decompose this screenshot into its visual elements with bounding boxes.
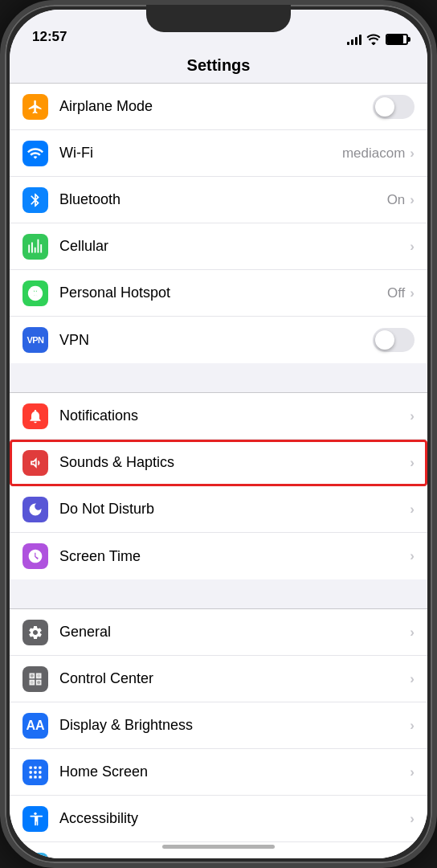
airplane-mode-label: Airplane Mode — [59, 98, 373, 115]
page-title: Settings — [187, 56, 251, 74]
sidebar-item-bluetooth[interactable]: Bluetooth On › — [10, 177, 427, 223]
svg-rect-13 — [39, 776, 41, 778]
notch — [146, 5, 291, 32]
airplane-mode-toggle-knob — [375, 97, 394, 117]
section-network: Airplane Mode Wi — [10, 83, 427, 363]
settings-list[interactable]: Airplane Mode Wi — [10, 83, 427, 858]
svg-point-1 — [31, 674, 34, 677]
settings-group-network: Airplane Mode Wi — [10, 83, 427, 363]
hotspot-label: Personal Hotspot — [59, 285, 387, 301]
airplane-mode-icon — [22, 94, 48, 120]
wallpaper-label: Wallpaper — [59, 858, 410, 859]
sidebar-item-airplane-mode[interactable]: Airplane Mode — [10, 84, 427, 130]
vpn-icon-label: VPN — [27, 335, 43, 345]
general-icon-container — [22, 620, 48, 645]
sidebar-item-wifi[interactable]: Wi-Fi mediacom › — [10, 130, 427, 177]
hotspot-chevron: › — [410, 285, 415, 301]
section-general: General › — [10, 608, 427, 858]
home-indicator[interactable] — [162, 845, 275, 849]
svg-point-14 — [34, 812, 36, 814]
sidebar-item-general[interactable]: General › — [10, 609, 427, 656]
sounds-icon — [27, 455, 43, 471]
sounds-icon-container — [22, 450, 48, 476]
bluetooth-label: Bluetooth — [59, 191, 387, 208]
sidebar-item-display-brightness[interactable]: AA Display & Brightness › — [10, 702, 427, 749]
wifi-icon-container — [22, 141, 48, 166]
sounds-haptics-label: Sounds & Haptics — [59, 454, 410, 471]
display-icon-label: AA — [26, 719, 44, 733]
sidebar-item-personal-hotspot[interactable]: Personal Hotspot Off › — [10, 270, 427, 317]
vpn-toggle[interactable] — [373, 328, 415, 352]
display-brightness-label: Display & Brightness — [59, 717, 410, 734]
notifications-icon-container — [22, 403, 48, 429]
section-notifications: Notifications › Sounds & Haptics › — [10, 392, 427, 579]
bluetooth-chevron: › — [410, 192, 415, 208]
wifi-value: mediacom — [342, 145, 405, 162]
dnd-label: Do Not Disturb — [59, 501, 410, 518]
moon-icon — [27, 502, 43, 518]
svg-point-0 — [34, 291, 38, 295]
svg-rect-6 — [34, 766, 36, 768]
general-chevron: › — [410, 624, 415, 641]
control-center-label: Control Center — [59, 670, 410, 687]
accessibility-chevron: › — [410, 811, 415, 827]
settings-group-notifications: Notifications › Sounds & Haptics › — [10, 392, 427, 579]
phone-screen: 12:57 Setting — [10, 10, 427, 858]
wallpaper-icon-container — [22, 853, 48, 858]
cellular-chevron: › — [410, 239, 415, 255]
wallpaper-icon — [27, 858, 43, 858]
vpn-icon-container: VPN — [22, 327, 48, 353]
dnd-icon-container — [22, 497, 48, 522]
svg-point-4 — [37, 681, 40, 684]
svg-rect-9 — [34, 771, 36, 773]
hotspot-icon — [27, 285, 43, 301]
display-icon-container: AA — [22, 713, 48, 739]
home-screen-chevron: › — [410, 764, 415, 780]
control-center-icon — [27, 671, 43, 687]
sidebar-item-notifications[interactable]: Notifications › — [10, 393, 427, 440]
sidebar-item-cellular[interactable]: Cellular › — [10, 223, 427, 270]
sidebar-item-screen-time[interactable]: Screen Time › — [10, 533, 427, 579]
svg-rect-12 — [34, 776, 36, 778]
bluetooth-icon — [27, 192, 43, 208]
wifi-status-icon — [366, 34, 381, 45]
control-center-chevron: › — [410, 671, 415, 687]
notifications-label: Notifications — [59, 407, 410, 424]
notifications-icon — [27, 408, 43, 424]
screen-time-chevron: › — [410, 548, 415, 564]
airplane-mode-toggle[interactable] — [373, 95, 415, 119]
sidebar-item-control-center[interactable]: Control Center › — [10, 656, 427, 702]
bluetooth-value: On — [387, 192, 406, 208]
divider-1 — [10, 363, 427, 392]
sidebar-item-do-not-disturb[interactable]: Do Not Disturb › — [10, 486, 427, 533]
svg-rect-7 — [39, 766, 41, 768]
svg-rect-5 — [30, 766, 32, 768]
display-brightness-chevron: › — [410, 718, 415, 734]
sidebar-item-home-screen[interactable]: Home Screen › — [10, 749, 427, 796]
wallpaper-chevron: › — [410, 858, 415, 858]
page-title-bar: Settings — [10, 50, 427, 83]
cellular-icon-container — [22, 234, 48, 260]
svg-rect-8 — [30, 771, 32, 773]
home-screen-icon — [27, 764, 43, 780]
wifi-icon — [27, 145, 43, 162]
svg-point-3 — [31, 681, 34, 684]
screen-time-label: Screen Time — [59, 548, 410, 565]
dnd-chevron: › — [410, 502, 415, 518]
accessibility-label: Accessibility — [59, 810, 410, 827]
battery-fill — [387, 35, 403, 43]
vpn-label: VPN — [59, 332, 373, 349]
home-screen-icon-container — [22, 760, 48, 785]
accessibility-icon — [27, 811, 43, 827]
notifications-chevron: › — [410, 408, 415, 424]
sidebar-item-vpn[interactable]: VPN VPN — [10, 317, 427, 363]
wifi-chevron: › — [410, 145, 415, 162]
screen-content: Settings Airplane Mode — [10, 50, 427, 858]
vpn-toggle-knob — [375, 330, 394, 350]
phone-frame: 12:57 Setting — [0, 0, 437, 868]
sidebar-item-accessibility[interactable]: Accessibility › — [10, 796, 427, 842]
bluetooth-icon-container — [22, 187, 48, 213]
svg-rect-10 — [39, 771, 41, 773]
sidebar-item-sounds-haptics[interactable]: Sounds & Haptics › — [10, 440, 427, 486]
general-label: General — [59, 624, 410, 641]
